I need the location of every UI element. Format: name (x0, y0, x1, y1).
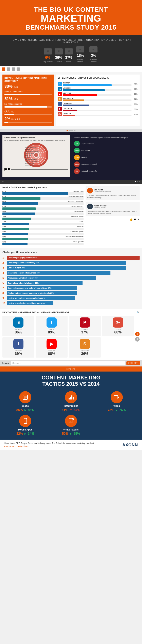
explore-submit-btn[interactable]: EXPLORE (127, 362, 140, 365)
monitor-icon-3: ⬛ (65, 48, 73, 54)
tactics-left: Effectiveness ratings for UK tactics Of … (2, 135, 70, 177)
metrics-right: JP Joe Pulizzi Content Marketing Institu… (86, 186, 140, 246)
quote-text-1: "The road to content marketing success i… (87, 194, 138, 199)
linkedin-big-logo: in (13, 318, 23, 328)
svg-text:Webinars 66%: Webinars 66% (25, 149, 33, 150)
platform-next-btn[interactable]: + (135, 332, 140, 336)
success-label-3: Neutral (81, 156, 87, 158)
explore-search-input[interactable] (11, 361, 125, 365)
nav-chart-icon[interactable] (7, 68, 10, 71)
rating-pct-4: 18% (77, 54, 84, 58)
svg-text:Blogs 58%: Blogs 58% (25, 157, 30, 158)
svg-rect-24 (114, 396, 118, 399)
rating-label-2: Effective (56, 61, 62, 63)
metric-brand-quantity: 31% Brand quantity (2, 241, 84, 245)
footer-link[interactable]: www.axonn.co.uk/webinars (4, 445, 28, 447)
video-icon (111, 391, 123, 403)
nav-settings-icon[interactable] (16, 68, 20, 71)
social-box: EFFECTIVENESS RATINGS FOR SOCIAL MEDIA t… (56, 74, 140, 126)
whitepapers-icon (65, 415, 77, 427)
challenge-bar-wrap-3: Lack of budget 46% (7, 266, 140, 270)
progress-dots-1 (0, 129, 142, 132)
slideshare-pct: 36% (70, 352, 99, 356)
challenge-num-7: 7 (2, 286, 6, 290)
tactic-mobile-label: Mobile Apps (4, 428, 47, 431)
platform-twitter: t Twitter 89% (36, 316, 68, 336)
tactic-whitepapers-label: White Papers (50, 428, 92, 431)
rating-not-very: ⬛ 18% Not very effective (75, 46, 86, 62)
quote-text-2: "Research. Develop your strategy. Write … (87, 210, 138, 214)
platform-pinterest: P Pinterest 37% (69, 316, 101, 336)
roi-title: How UK marketers rate their organisation… (74, 137, 138, 139)
heart-icon[interactable]: ❤ (134, 218, 136, 221)
tactic-video-label: Video (95, 404, 138, 408)
metric-sales: 33% Sales (2, 220, 84, 225)
slideshare-bar-wrap: SLIDESHARE (63, 97, 132, 101)
svg-rect-23 (73, 397, 74, 400)
challenge-bar-wrap-5: Producing a variety of content 34% (7, 276, 140, 280)
challenge-1: 1 Producing engaging content 51% (2, 256, 140, 260)
metric-sales-quality: 35% Sales lead quality (2, 216, 84, 220)
social-googleplus: G+ GOOGLE+ 18% (58, 112, 138, 116)
challenge-bar-wrap-2: Producing content consistently 46% (7, 261, 140, 265)
nav-home-icon[interactable] (2, 68, 5, 71)
rating-pct-2: 36% (55, 56, 62, 60)
share-icon[interactable]: ↗ (137, 218, 140, 221)
strategy-pct-2: 51% YES,but not documented (4, 96, 52, 106)
play-icon[interactable]: ▶ (4, 168, 7, 170)
twitter-big-logo: t (46, 318, 57, 328)
mobile-pct-2015: 34% (28, 432, 34, 436)
twitter-logo: t (58, 82, 62, 86)
social-youtube: ▶ YOUTUBE 50% (58, 92, 138, 96)
challenge-bar-wrap-6: Technology-related challenges 29% (7, 281, 140, 285)
tactic-blogs: Blogs 85% ▶ 86% (4, 391, 47, 412)
social-facebook: f FACEBOOK 38% (58, 102, 138, 106)
success-circle-4: 21% (74, 162, 80, 167)
search-icon[interactable]: 🔍 (137, 311, 140, 314)
pause-icon[interactable]: ⏸ (8, 168, 10, 170)
youtube-pct-label: YouTube (37, 350, 66, 352)
progress-bar[interactable] (11, 169, 68, 170)
challenge-num-3: 3 (2, 266, 6, 269)
twitter-bar-wrap: TWITTER (63, 82, 132, 86)
nav-bar-icon[interactable] (12, 68, 15, 71)
success-label-4: Not very successful (81, 163, 97, 165)
strategy-item-3: 8% NO (4, 109, 52, 115)
challenge-num-4: 4 (2, 271, 6, 274)
spiral-visual: In-person events 71% Webinars 66% Social… (4, 143, 68, 167)
tactic-blogs-label: Blogs (4, 404, 47, 408)
challenge-bar-5: Producing a variety of content 34% (7, 276, 96, 280)
whitepapers-arrow: ▶ (70, 432, 72, 435)
rating-pct-5: 3% (91, 54, 96, 58)
quote-box-2: AW Aaron Webber Marketing Director "Rese… (86, 202, 140, 216)
challenge-9: 9 Lack of integrations across marketing … (2, 296, 140, 300)
infographics-pct-2014: 61% (62, 408, 68, 412)
svg-rect-28 (69, 418, 72, 423)
dot-3 (71, 130, 73, 131)
tactics-title: CONTENT MARKETINGTACTICS 2015 VS 2014 (4, 374, 138, 387)
social-title: EFFECTIVENESS RATINGS FOR SOCIAL MEDIA (58, 76, 138, 80)
success-label-2: Successful (81, 150, 90, 152)
rating-label-5: Not at all effective (88, 59, 99, 62)
twitter-pct-label: Twitter (37, 328, 66, 330)
challenge-4: 4 Measuring content effectiveness 40% (2, 271, 140, 275)
video-controls[interactable]: ▶ ⏸ (4, 168, 68, 170)
tactics-roi-section: Effectiveness ratings for UK tactics Of … (0, 132, 142, 180)
challenge-num-9: 9 (2, 296, 6, 300)
rating-pct-3: 37% (65, 56, 72, 60)
facebook-pct-label: Facebook (4, 350, 33, 352)
success-very-successful: 7% Very successful (74, 141, 138, 146)
explore-label: Explore (2, 362, 9, 364)
svg-rect-22 (71, 396, 72, 400)
challenge-bar-wrap-8: Finding trained content marketing profes… (7, 291, 140, 295)
youtube-big-logo: ▶ (46, 339, 57, 349)
metrics-icons-row: 👍 ❤ ↗ (86, 218, 140, 221)
thumbs-up-icon[interactable]: 👍 (129, 218, 133, 221)
tactic-mobile-pcts: 32% ▶ 34% (4, 432, 47, 436)
rating-effective: ⬛ 36% Effective (55, 48, 63, 63)
tactics-left-title: Effectiveness ratings for UK tactics (4, 137, 68, 139)
linkedin-bar-wrap: LINKEDIN (63, 87, 132, 91)
platform-help-btn[interactable]: ? (135, 337, 140, 342)
metric-website-traffic: 81% Website traffic (2, 190, 84, 195)
infographics-pct-2015: 57% (74, 408, 80, 412)
